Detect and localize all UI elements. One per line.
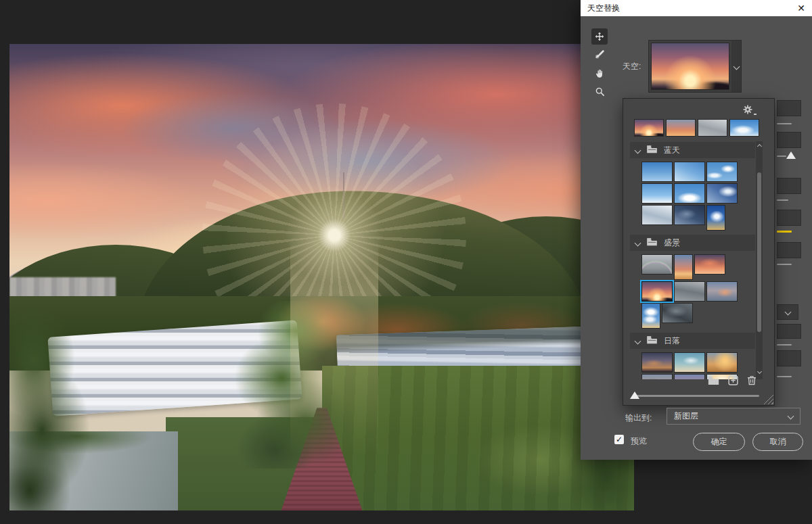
menu-arrow xyxy=(754,114,757,115)
value-field-1[interactable] xyxy=(777,100,801,116)
zoom-tool-button[interactable] xyxy=(591,83,608,99)
sky-thumbnail[interactable] xyxy=(641,162,673,182)
chevron-down-icon xyxy=(784,309,791,316)
sky-thumbnail[interactable] xyxy=(662,303,693,323)
hand-tool-button[interactable] xyxy=(591,65,608,81)
sky-thumbnail[interactable] xyxy=(674,183,705,204)
folder-icon xyxy=(646,145,658,156)
folder-icon xyxy=(646,335,658,346)
chevron-down-icon xyxy=(788,413,794,420)
temperature-slider[interactable] xyxy=(777,231,792,233)
chevron-down-icon xyxy=(635,337,641,344)
category-label: 日落 xyxy=(664,335,680,347)
slider-track-3[interactable] xyxy=(777,199,788,201)
recent-sky-thumbnail[interactable] xyxy=(729,119,759,137)
photo-canvas[interactable] xyxy=(9,44,634,510)
new-sky-button[interactable] xyxy=(728,375,738,387)
sky-list: 蓝天 盛景 日落 xyxy=(623,141,775,379)
chevron-down-icon xyxy=(635,239,641,246)
move-tool-button[interactable] xyxy=(591,28,608,45)
close-icon[interactable]: ✕ xyxy=(797,3,805,13)
thumbnail-size-slider[interactable] xyxy=(634,395,759,397)
sky-preview-arrow[interactable] xyxy=(731,41,741,92)
sky-label: 天空: xyxy=(623,61,641,72)
ok-button[interactable]: 确定 xyxy=(693,433,745,451)
dialog-title: 天空替换 xyxy=(587,3,620,14)
sky-thumbnail[interactable] xyxy=(674,205,705,225)
magnifier-icon xyxy=(595,87,605,97)
hidden-select[interactable] xyxy=(777,304,798,320)
category-header[interactable]: 盛景 xyxy=(630,235,755,251)
scroll-up-icon[interactable] xyxy=(757,144,761,149)
scrollbar-thumb[interactable] xyxy=(757,172,761,332)
output-to-label: 输出到: xyxy=(625,412,652,424)
dialog-titlebar: 天空替换 ✕ xyxy=(581,0,812,16)
value-field-2[interactable] xyxy=(777,132,801,148)
category-label: 盛景 xyxy=(664,237,680,249)
photo-light-shaft xyxy=(290,240,378,454)
sky-thumbnail[interactable] xyxy=(706,162,738,182)
value-field-4[interactable] xyxy=(777,210,801,226)
sky-thumbnail[interactable] xyxy=(674,162,705,182)
value-field-3[interactable] xyxy=(777,178,801,194)
hand-icon xyxy=(595,68,605,78)
panel-resize-grip[interactable] xyxy=(763,394,773,404)
sky-list-scrollbar[interactable] xyxy=(756,141,763,379)
sky-thumbnail[interactable] xyxy=(674,254,693,280)
sky-thumbnail[interactable] xyxy=(674,281,705,302)
chevron-down-icon xyxy=(635,147,641,153)
sky-preview-image xyxy=(651,43,729,90)
category-header[interactable]: 蓝天 xyxy=(630,142,755,158)
category-header[interactable]: 日落 xyxy=(630,333,755,349)
move-icon xyxy=(594,31,605,42)
sky-thumbnail[interactable] xyxy=(706,352,738,373)
output-to-select[interactable]: 新图层 xyxy=(667,408,800,425)
new-group-button[interactable] xyxy=(708,376,719,387)
chevron-down-icon xyxy=(733,63,740,70)
settings-menu-button[interactable] xyxy=(743,105,757,116)
slider-thumb-icon[interactable] xyxy=(786,151,796,159)
recent-sky-thumbnail[interactable] xyxy=(634,119,664,137)
thumbnail-size-thumb[interactable] xyxy=(630,391,639,399)
sky-thumbnail[interactable] xyxy=(641,183,673,204)
brush-icon xyxy=(594,49,605,60)
recent-skies xyxy=(634,119,759,137)
sky-thumbnail[interactable] xyxy=(641,374,673,379)
slider-track-5[interactable] xyxy=(777,344,792,346)
scroll-down-icon[interactable] xyxy=(757,369,761,374)
recent-sky-thumbnail[interactable] xyxy=(666,119,696,137)
sky-thumbnail[interactable] xyxy=(706,205,725,231)
sky-thumbnail[interactable] xyxy=(674,374,705,379)
sky-thumbnail[interactable] xyxy=(674,352,705,373)
slider-track-6[interactable] xyxy=(777,376,792,377)
folder-icon xyxy=(646,237,658,248)
sky-thumbnail[interactable] xyxy=(706,281,738,302)
recent-sky-thumbnail[interactable] xyxy=(698,119,727,137)
sky-preview-dropdown[interactable] xyxy=(648,40,742,93)
sky-replacement-dialog: 天空替换 ✕ 天空: xyxy=(581,0,812,460)
sky-thumbnail[interactable] xyxy=(641,205,673,225)
gear-icon xyxy=(743,105,752,116)
slider-track-4[interactable] xyxy=(777,264,792,265)
value-field-7[interactable] xyxy=(777,350,801,366)
category-label: 蓝天 xyxy=(664,145,680,156)
sky-thumbnail[interactable] xyxy=(641,303,660,329)
preview-checkbox[interactable]: ✓ xyxy=(614,435,624,444)
cancel-button[interactable]: 取消 xyxy=(752,433,803,451)
slider-track-1[interactable] xyxy=(777,123,792,124)
sky-thumbnail[interactable] xyxy=(641,254,673,275)
sky-thumbnail[interactable] xyxy=(694,254,725,275)
sky-thumbnail[interactable] xyxy=(706,183,738,204)
slider-track-2[interactable] xyxy=(777,156,786,157)
output-to-value: 新图层 xyxy=(674,410,698,422)
value-field-5[interactable] xyxy=(777,242,801,258)
photo-foreground-trees-left xyxy=(9,310,91,510)
sky-picker-panel: 蓝天 盛景 日落 xyxy=(623,98,775,406)
sky-thumbnail[interactable] xyxy=(641,281,673,302)
delete-sky-button[interactable] xyxy=(747,375,757,387)
brush-tool-button[interactable] xyxy=(591,47,608,63)
sky-thumbnail[interactable] xyxy=(641,352,673,373)
preview-label: 预览 xyxy=(631,435,647,447)
value-field-6[interactable] xyxy=(777,324,801,339)
